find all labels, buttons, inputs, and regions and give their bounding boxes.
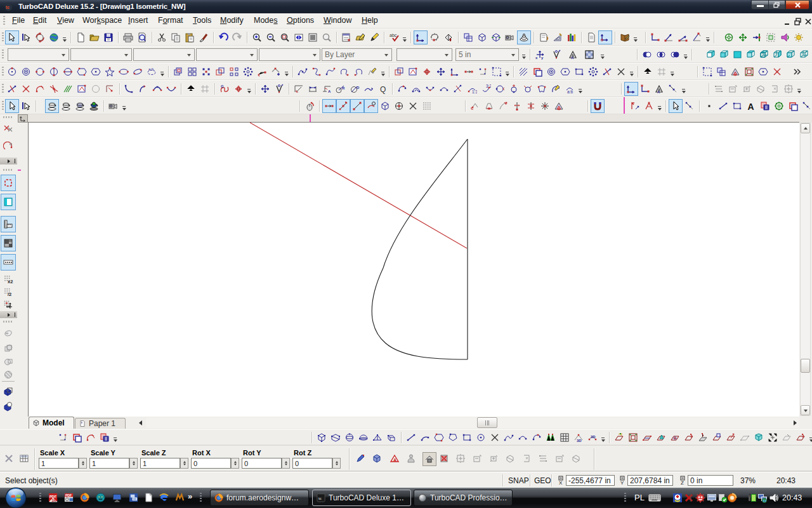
svg-text:x2: x2 [8,279,13,284]
svg-text:tc: tc [318,496,322,500]
svg-text:1:3: 1:3 [472,90,477,94]
svg-text:D: D [357,86,360,90]
svg-text:Y: Y [620,480,624,485]
svg-text:3D: 3D [577,439,582,443]
svg-text:A: A [748,101,754,111]
svg-text:PDF: PDF [49,495,57,498]
svg-text:G: G [221,84,224,88]
svg-text:a:b: a:b [148,67,154,71]
svg-text:a:b: a:b [567,90,573,94]
svg-text:abc: abc [390,33,397,37]
svg-text:A: A [571,56,574,60]
svg-text:A: A [328,90,331,93]
svg-text:Q: Q [380,85,386,94]
svg-text:tc: tc [6,5,10,10]
svg-text:3D: 3D [591,435,596,439]
svg-text:PDF: PDF [65,493,72,497]
svg-text:A: A [393,458,396,462]
svg-text:y: y [541,56,544,60]
svg-text:X: X [559,480,563,485]
svg-text:A: A [657,90,660,94]
svg-text:/2: /2 [8,291,11,297]
svg-text:Z: Z [681,480,684,485]
svg-text:x: x [535,56,538,60]
svg-text:R: R [342,86,345,90]
svg-text:DXF: DXF [52,499,58,502]
